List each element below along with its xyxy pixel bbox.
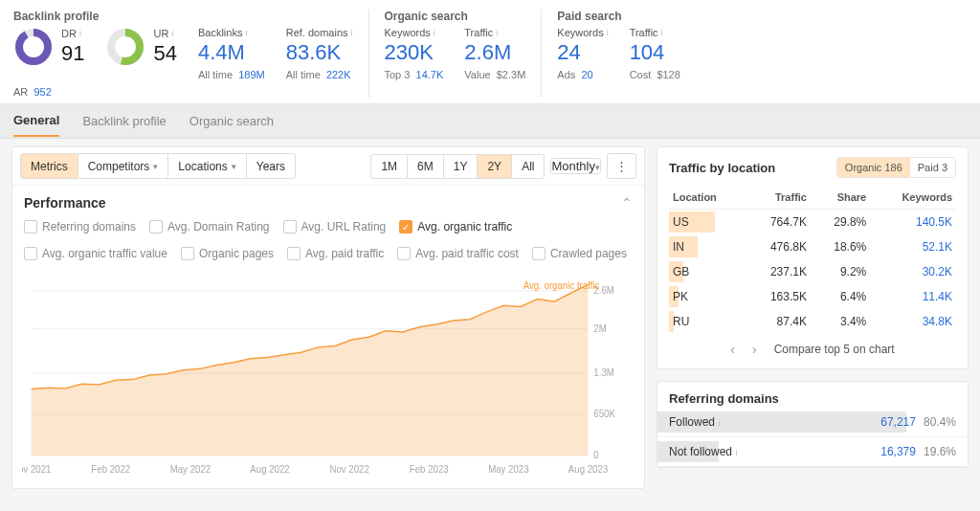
metric-sub: Ads 20: [557, 69, 608, 80]
range-1y-button[interactable]: 1Y: [444, 154, 479, 179]
range-6m-button[interactable]: 6M: [408, 154, 444, 179]
metric-value[interactable]: 4.4M: [198, 40, 265, 65]
paid-toggle[interactable]: Paid 3: [910, 158, 955, 177]
check-organic-pages[interactable]: Organic pages: [181, 247, 274, 260]
table-row: IN476.8K18.6%52.1K: [669, 234, 956, 259]
ur-value: 54: [153, 41, 176, 66]
svg-text:650K: 650K: [593, 409, 615, 419]
svg-text:May 2022: May 2022: [170, 464, 212, 475]
info-icon[interactable]: i: [735, 448, 737, 457]
info-icon[interactable]: i: [171, 29, 173, 38]
backlink-profile-section: Backlink profile DRi 91 URi: [13, 10, 368, 98]
metrics-button[interactable]: Metrics: [20, 153, 78, 179]
more-menu-button[interactable]: ⋮: [607, 153, 636, 179]
traffic-by-location-panel: Traffic by location Organic 186 Paid 3 L…: [657, 146, 969, 369]
referring-domains-panel: Referring domains Followed i67,21780.4%N…: [657, 381, 969, 468]
metric-sub: Top 3 14.7K: [385, 69, 444, 80]
svg-text:Aug 2022: Aug 2022: [250, 464, 289, 475]
cell-traffic: 764.7K: [746, 210, 811, 235]
metric-value[interactable]: 230K: [385, 40, 444, 65]
info-icon[interactable]: i: [351, 28, 353, 37]
checkbox-icon: [532, 247, 546, 260]
check-avg-paid-traffic-cost[interactable]: Avg. paid traffic cost: [397, 247, 519, 260]
svg-text:Nov 2022: Nov 2022: [329, 464, 368, 475]
cell-keywords[interactable]: 140.5K: [870, 210, 956, 235]
range-all-button[interactable]: All: [512, 154, 545, 179]
svg-text:May 2023: May 2023: [488, 464, 529, 475]
compare-label[interactable]: Compare top 5 on chart: [774, 343, 895, 356]
years-button[interactable]: Years: [247, 153, 296, 179]
checkbox-icon: [24, 220, 37, 233]
traffic-toggle: Organic 186 Paid 3: [836, 157, 956, 178]
organic-toggle[interactable]: Organic 186: [837, 158, 910, 177]
checkbox-icon: [397, 247, 411, 260]
cell-keywords[interactable]: 34.8K: [870, 309, 956, 334]
svg-text:Feb 2022: Feb 2022: [91, 464, 130, 475]
cell-traffic: 476.8K: [746, 234, 811, 259]
metric-value[interactable]: 24: [557, 40, 608, 65]
tab-organic-search[interactable]: Organic search: [189, 106, 274, 136]
cell-keywords[interactable]: 52.1K: [870, 234, 956, 259]
check-avg-url-rating[interactable]: Avg. URL Rating: [283, 220, 387, 233]
performance-title: Performance: [24, 195, 106, 211]
check-crawled-pages[interactable]: Crawled pages: [532, 247, 627, 260]
check-referring-domains[interactable]: Referring domains: [24, 220, 136, 233]
svg-text:Aug 2023: Aug 2023: [568, 464, 609, 475]
cell-share: 29.8%: [811, 210, 870, 235]
info-icon[interactable]: i: [245, 28, 247, 37]
col-keywords[interactable]: Keywords: [870, 186, 956, 210]
metric-sub: Value $2.3M: [464, 69, 525, 80]
table-row: PK163.5K6.4%11.4K: [669, 284, 956, 309]
metric-value[interactable]: 104: [630, 40, 680, 65]
prev-button[interactable]: ‹: [730, 342, 735, 357]
toolbar: MetricsCompetitors ▾Locations ▾Years 1M6…: [12, 147, 644, 186]
paid-keywords-metric: Keywordsi 24 Ads 20: [557, 27, 608, 80]
metric-value[interactable]: 2.6M: [464, 40, 525, 65]
ref-domains-metric: Ref. domainsi 83.6K All time 222K: [286, 27, 353, 80]
next-button[interactable]: ›: [752, 342, 757, 357]
ref-value[interactable]: 67,217: [880, 415, 916, 429]
section-title: Paid search: [557, 10, 680, 23]
tab-backlink-profile[interactable]: Backlink profile: [82, 106, 166, 136]
performance-chart[interactable]: 0650K1.3M2M2.6MAvg. organic trafficNov 2…: [22, 278, 635, 478]
check-avg-paid-traffic[interactable]: Avg. paid traffic: [287, 247, 384, 260]
check-avg-domain-rating[interactable]: Avg. Domain Rating: [149, 220, 270, 233]
info-icon[interactable]: i: [607, 28, 609, 37]
collapse-icon[interactable]: ⌃: [621, 195, 633, 211]
info-icon[interactable]: i: [79, 29, 81, 38]
col-share[interactable]: Share: [811, 186, 870, 210]
top-metrics-bar: Backlink profile DRi 91 URi: [0, 0, 980, 104]
info-icon[interactable]: i: [434, 28, 435, 37]
check-avg-organic-traffic[interactable]: ✓Avg. organic traffic: [399, 220, 512, 233]
cell-share: 6.4%: [811, 284, 870, 309]
competitors-button[interactable]: Competitors ▾: [78, 153, 169, 179]
caret-down-icon: ▾: [232, 162, 236, 171]
paid-traffic-metric: Traffici 104 Cost $128: [630, 27, 680, 80]
col-traffic[interactable]: Traffic: [746, 186, 811, 210]
info-icon[interactable]: i: [496, 28, 498, 37]
locations-button[interactable]: Locations ▾: [168, 153, 246, 179]
ref-value[interactable]: 16,379: [880, 445, 916, 458]
cell-location: GB: [669, 259, 746, 284]
location-table: LocationTrafficShareKeywords US764.7K29.…: [669, 186, 956, 334]
checkbox-icon: [149, 220, 163, 233]
range-button-group: 1M6M1Y2YAll: [370, 154, 545, 179]
metric-value[interactable]: 83.6K: [286, 40, 353, 65]
cell-traffic: 87.4K: [746, 309, 811, 334]
frequency-dropdown[interactable]: Monthly▾: [550, 158, 601, 174]
range-2y-button[interactable]: 2Y: [478, 154, 512, 179]
cell-share: 18.6%: [811, 234, 870, 259]
check-avg-organic-traffic-value[interactable]: Avg. organic traffic value: [24, 247, 167, 260]
cell-location: RU: [669, 309, 746, 334]
cell-keywords[interactable]: 30.2K: [870, 259, 956, 284]
panel-title: Referring domains: [669, 391, 956, 406]
col-location[interactable]: Location: [669, 186, 746, 210]
tab-general[interactable]: General: [13, 105, 59, 137]
organic-keywords-metric: Keywordsi 230K Top 3 14.7K: [385, 27, 444, 80]
metric-label: Traffici: [464, 27, 525, 38]
range-1m-button[interactable]: 1M: [370, 154, 408, 179]
caret-down-icon: ▾: [153, 162, 158, 171]
cell-keywords[interactable]: 11.4K: [870, 284, 956, 309]
info-icon[interactable]: i: [718, 418, 720, 428]
info-icon[interactable]: i: [661, 28, 663, 37]
